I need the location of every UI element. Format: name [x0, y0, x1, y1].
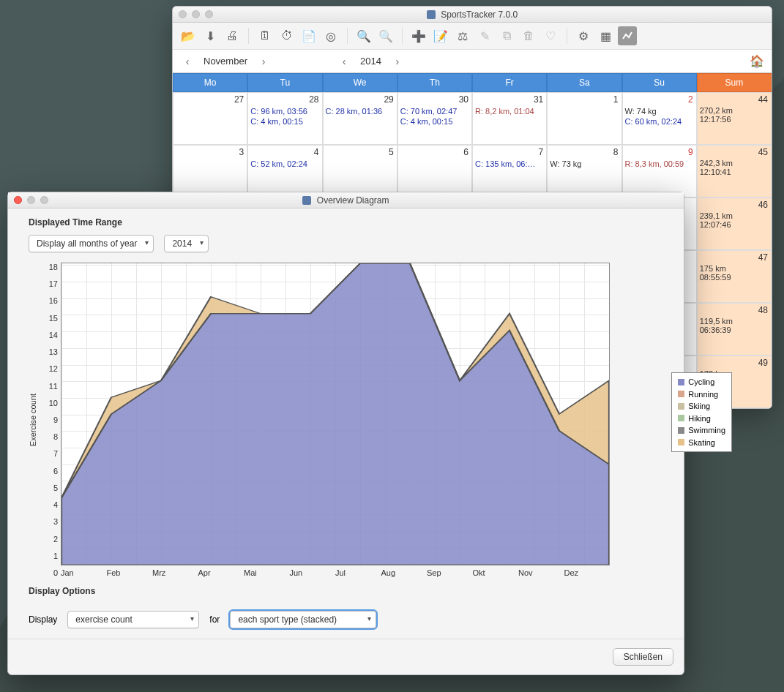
main-title: SportsTracker 7.0.0 [173, 10, 772, 20]
document-icon[interactable]: 📄 [299, 26, 318, 45]
calendar-cell[interactable]: 28C: 96 km, 03:56C: 4 km, 00:15 [247, 92, 322, 145]
delete-icon[interactable]: 🗑 [519, 26, 538, 45]
grid-icon[interactable]: ▦ [596, 26, 615, 45]
yaxis-label: Exercise count [29, 394, 37, 446]
next-year-button[interactable]: › [390, 56, 405, 67]
year-label: 2014 [172, 238, 192, 249]
calendar-cell[interactable]: 6 [397, 145, 472, 198]
next-month-button[interactable]: › [256, 56, 271, 67]
overlay-title: Overview Diagram [8, 195, 684, 206]
legend: CyclingRunningSkiingHikingSwimmingSkatin… [671, 372, 732, 452]
heart-icon[interactable]: ♡ [541, 26, 560, 45]
day-header: Tu [247, 73, 322, 92]
copy-icon[interactable]: ⧉ [497, 26, 516, 45]
open-icon[interactable]: 📂 [179, 26, 198, 45]
overview-diagram-window: Overview Diagram Displayed Time Range Di… [7, 192, 684, 675]
week-sum-cell: 45242,3 km12:10:41 [697, 145, 772, 198]
yaxis: 1817161514131211109876543210 [42, 263, 61, 577]
day-header: Sum [697, 73, 772, 92]
zoom-in-icon[interactable]: 🔍 [354, 26, 373, 45]
calendar-cell[interactable]: 31R: 8,2 km, 01:04 [472, 92, 547, 145]
chart: Exercise count 1817161514131211109876543… [29, 263, 663, 577]
nav-year: 2014 [360, 56, 381, 67]
nav-month: November [204, 56, 247, 67]
svg-marker-0 [61, 263, 609, 565]
range-heading: Displayed Time Range [29, 217, 663, 227]
calendar-cell[interactable]: 29C: 28 km, 01:36 [323, 92, 397, 145]
week-sum-cell: 48119,5 km06:36:39 [697, 303, 772, 356]
calendar-cell[interactable]: 5 [323, 145, 397, 198]
toolbar-sep [347, 28, 348, 44]
calendar-cell[interactable]: 1 [547, 92, 621, 145]
chart-icon[interactable] [618, 26, 637, 45]
close-button-label: Schließen [624, 652, 662, 662]
prev-year-button[interactable]: ‹ [337, 56, 351, 67]
stopwatch-icon[interactable]: ⏱ [277, 26, 296, 45]
calendar-cell[interactable]: 2W: 74 kgC: 60 km, 02:24 [622, 92, 697, 145]
group-select[interactable]: each sport type (stacked) [230, 611, 376, 628]
time-range-select[interactable]: Display all months of year [29, 235, 154, 252]
day-header: Sa [547, 73, 621, 92]
toolbar-sep [402, 28, 403, 44]
calendar-cell[interactable]: 30C: 70 km, 02:47C: 4 km, 00:15 [397, 92, 472, 145]
metric-select[interactable]: exercise count [67, 611, 199, 628]
app-icon [427, 10, 436, 19]
display-label: Display [29, 614, 57, 625]
year-select[interactable]: 2014 [164, 235, 209, 252]
toolbar-sep [248, 28, 249, 44]
main-titlebar[interactable]: SportsTracker 7.0.0 [173, 7, 772, 23]
xaxis: JanFebMrzAprMaiJunJulAugSepOktNovDez [61, 565, 610, 577]
week-sum-cell: 44270,2 km12:17:56 [697, 92, 772, 145]
metric-label: exercise count [75, 614, 132, 625]
toolbar-sep [567, 28, 567, 44]
time-range-label: Display all months of year [37, 238, 137, 249]
zoom-out-icon[interactable]: 🔍 [376, 26, 395, 45]
week-sum-cell: 47175 km08:55:59 [697, 250, 772, 303]
target-icon[interactable]: ◎ [321, 26, 340, 45]
options-heading: Display Options [29, 586, 663, 596]
calendar-cell[interactable]: 27 [173, 92, 247, 145]
calendar-cell[interactable]: 9R: 8,3 km, 00:59 [622, 145, 697, 198]
day-header: Fr [472, 73, 547, 92]
for-label: for [209, 614, 220, 625]
add-weight-icon[interactable]: ⚖ [453, 26, 472, 45]
add-exercise-icon[interactable]: ➕ [409, 26, 428, 45]
calendar-cell[interactable]: 7C: 135 km, 06:… [472, 145, 547, 198]
prev-month-button[interactable]: ‹ [180, 56, 195, 67]
gear-icon[interactable]: ⚙ [574, 26, 593, 45]
calendar-cell[interactable]: 4C: 52 km, 02:24 [247, 145, 322, 198]
day-header: Mo [173, 73, 247, 92]
toolbar: 📂 ⬇ 🖨 🗓 ⏱ 📄 ◎ 🔍 🔍 ➕ 📝 ⚖ ✎ ⧉ 🗑 ♡ ⚙ ▦ [173, 23, 772, 49]
week-sum-cell: 46239,1 km12:07:46 [697, 198, 772, 250]
calendar-cell[interactable]: 8W: 73 kg [547, 145, 621, 198]
edit-icon[interactable]: ✎ [475, 26, 494, 45]
day-header: We [323, 73, 397, 92]
day-header: Th [397, 73, 472, 92]
print-icon[interactable]: 🖨 [223, 26, 242, 45]
day-header: Su [622, 73, 697, 92]
calendar-icon[interactable]: 🗓 [255, 26, 275, 45]
home-icon[interactable]: 🏠 [750, 54, 764, 68]
main-title-text: SportsTracker 7.0.0 [441, 10, 518, 20]
app-icon [302, 196, 311, 205]
plot-area [61, 263, 610, 565]
add-note-icon[interactable]: 📝 [431, 26, 450, 45]
calendar-nav: ‹ November › ‹ 2014 › 🏠 [173, 49, 772, 72]
save-icon[interactable]: ⬇ [201, 26, 220, 45]
close-button[interactable]: Schließen [613, 648, 673, 666]
calendar-cell[interactable]: 3 [173, 145, 247, 198]
overlay-titlebar[interactable]: Overview Diagram [8, 192, 684, 208]
overlay-title-text: Overview Diagram [317, 195, 389, 206]
group-label: each sport type (stacked) [238, 614, 337, 625]
